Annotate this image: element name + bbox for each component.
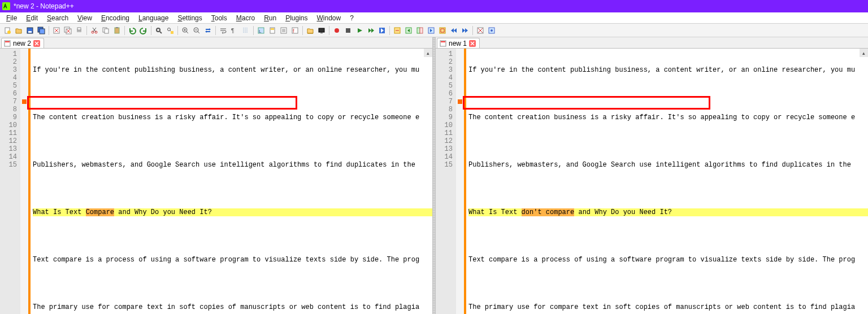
func-list-button[interactable]: f bbox=[290, 25, 300, 36]
line-number: 3 bbox=[0, 66, 17, 74]
undo-button[interactable] bbox=[127, 25, 137, 36]
zoom-in-button[interactable] bbox=[180, 25, 190, 36]
compare-settings-button[interactable] bbox=[487, 25, 497, 36]
svg-rect-50 bbox=[441, 41, 445, 42]
svg-point-18 bbox=[157, 28, 160, 32]
toolbar-separator bbox=[302, 26, 303, 35]
compare-clear-button[interactable] bbox=[475, 25, 485, 36]
menu-window[interactable]: Window bbox=[313, 14, 345, 23]
doc-map-button[interactable] bbox=[267, 25, 277, 36]
menu-run[interactable]: Run bbox=[260, 14, 280, 23]
line-number: 9 bbox=[436, 114, 453, 121]
line-number: 5 bbox=[0, 82, 17, 90]
diff-line: What Is Text Compare and Why Do you Need… bbox=[33, 208, 432, 216]
text-line: Text compare is a process of using a sof… bbox=[468, 256, 868, 264]
svg-rect-32 bbox=[320, 33, 323, 33]
compare-nav-next-button[interactable] bbox=[460, 25, 470, 36]
diff-word: don't compare bbox=[522, 208, 575, 216]
indent-guide-button[interactable] bbox=[241, 25, 251, 36]
text-line bbox=[33, 137, 432, 145]
window-title: *new 2 - Notepad++ bbox=[14, 2, 74, 10]
toolbar-separator bbox=[86, 26, 87, 35]
menu-settings[interactable]: Settings bbox=[173, 14, 206, 23]
marker-cell bbox=[456, 82, 464, 90]
left-tabstrip[interactable]: new 2 bbox=[0, 37, 432, 48]
menu-tools[interactable]: Tools bbox=[207, 14, 231, 23]
close-icon[interactable] bbox=[469, 40, 476, 47]
toolbar-separator bbox=[472, 26, 473, 35]
lang-udl-button[interactable]: L bbox=[256, 25, 266, 36]
menu-language[interactable]: Language bbox=[134, 14, 172, 23]
right-textarea[interactable]: If you're in the content publishing busi… bbox=[468, 49, 868, 314]
diff-line: What Is Text don't compare and Why Do yo… bbox=[468, 208, 868, 216]
marker-cell bbox=[20, 82, 28, 90]
svg-rect-31 bbox=[319, 28, 324, 32]
titlebar[interactable]: *new 2 - Notepad++ bbox=[0, 0, 868, 12]
compare-last-button[interactable] bbox=[437, 25, 448, 36]
menu-?[interactable]: ? bbox=[346, 14, 358, 23]
find-button[interactable] bbox=[154, 25, 164, 36]
compare-button[interactable] bbox=[415, 25, 425, 36]
line-number: 5 bbox=[436, 82, 453, 90]
sync-scroll-button[interactable] bbox=[203, 25, 213, 36]
scroll-up-icon[interactable]: ▴ bbox=[860, 49, 868, 57]
scroll-up-icon[interactable]: ▴ bbox=[424, 49, 432, 57]
menu-encoding[interactable]: Encoding bbox=[97, 14, 133, 23]
compare-next-button[interactable] bbox=[426, 25, 436, 36]
word-wrap-button[interactable] bbox=[218, 25, 228, 36]
save-macro-button[interactable] bbox=[377, 25, 387, 36]
menu-search[interactable]: Search bbox=[43, 14, 72, 23]
save-button[interactable] bbox=[25, 25, 35, 36]
line-number: 12 bbox=[0, 137, 17, 145]
doc-list-button[interactable] bbox=[279, 25, 289, 36]
cut-button[interactable] bbox=[89, 25, 99, 36]
menu-plugins[interactable]: Plugins bbox=[281, 14, 311, 23]
menu-file[interactable]: File bbox=[2, 14, 21, 23]
play-multi-button[interactable] bbox=[366, 25, 376, 36]
compare-nav-prev-button[interactable] bbox=[449, 25, 459, 36]
record-macro-button[interactable] bbox=[332, 25, 342, 36]
file-icon bbox=[4, 40, 11, 47]
line-number: 8 bbox=[436, 106, 453, 114]
right-tabstrip[interactable]: new 1 bbox=[436, 37, 868, 48]
left-editor[interactable]: 123456789101112131415 If you're in the c… bbox=[0, 48, 432, 314]
print-button[interactable] bbox=[74, 25, 84, 36]
right-editor[interactable]: 123456789101112131415 If you're in the c… bbox=[436, 48, 868, 314]
show-all-chars-button[interactable]: ¶ bbox=[229, 25, 240, 36]
marker-cell bbox=[20, 145, 28, 153]
svg-rect-6 bbox=[40, 29, 45, 34]
menu-edit[interactable]: Edit bbox=[22, 14, 42, 23]
paste-button[interactable] bbox=[112, 25, 122, 36]
stop-macro-button[interactable] bbox=[343, 25, 353, 36]
menubar: FileEditSearchViewEncodingLanguageSettin… bbox=[0, 12, 868, 24]
toolbar-separator bbox=[215, 26, 216, 35]
save-all-button[interactable] bbox=[36, 25, 46, 36]
menu-view[interactable]: View bbox=[73, 14, 96, 23]
new-file-button[interactable] bbox=[2, 25, 12, 36]
open-file-button[interactable] bbox=[14, 25, 24, 36]
close-icon[interactable] bbox=[33, 40, 40, 47]
replace-button[interactable] bbox=[165, 25, 175, 36]
line-number: 2 bbox=[436, 58, 453, 66]
right-tab[interactable]: new 1 bbox=[437, 38, 480, 49]
svg-rect-16 bbox=[115, 28, 119, 33]
close-button[interactable] bbox=[51, 25, 62, 36]
compare-prev-button[interactable] bbox=[403, 25, 414, 36]
text-line bbox=[468, 90, 868, 98]
monitor-button[interactable] bbox=[316, 25, 327, 36]
left-textarea[interactable]: If you're in the content publishing busi… bbox=[33, 49, 432, 314]
svg-rect-34 bbox=[346, 28, 350, 33]
svg-rect-46 bbox=[5, 41, 10, 42]
toolbar-separator bbox=[253, 26, 254, 35]
folder-workspace-button[interactable] bbox=[305, 25, 315, 36]
compare-first-button[interactable] bbox=[392, 25, 402, 36]
play-macro-button[interactable] bbox=[354, 25, 364, 36]
marker-cell bbox=[20, 114, 28, 121]
zoom-out-button[interactable] bbox=[192, 25, 202, 36]
copy-button[interactable] bbox=[101, 25, 111, 36]
close-all-button[interactable] bbox=[63, 25, 73, 36]
menu-macro[interactable]: Macro bbox=[232, 14, 259, 23]
redo-button[interactable] bbox=[138, 25, 149, 36]
left-tab[interactable]: new 2 bbox=[1, 38, 44, 49]
diff-marker-icon bbox=[20, 98, 28, 106]
